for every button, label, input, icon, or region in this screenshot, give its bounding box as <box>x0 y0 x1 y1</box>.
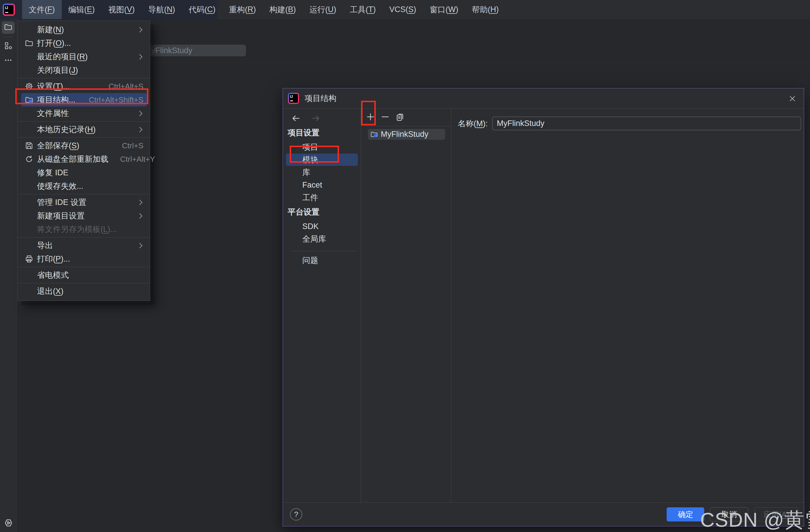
file-menu-item[interactable]: 新建(N) <box>21 23 147 36</box>
menubar-item[interactable]: 工具(T) <box>343 0 383 19</box>
file-menu-item[interactable]: 导出 <box>21 239 147 252</box>
menubar-item[interactable]: 视图(V) <box>102 0 142 19</box>
menubar-item[interactable]: 运行(U) <box>303 0 343 19</box>
file-menu-item[interactable]: 管理 IDE 设置 <box>21 196 147 209</box>
copy-icon <box>395 112 405 123</box>
file-menu-item[interactable]: 项目结构...Ctrl+Alt+Shift+S <box>21 93 147 106</box>
menu-separator <box>18 137 150 138</box>
menu-item-shortcut: Ctrl+Alt+S <box>97 82 144 91</box>
menu-item-label: 关闭项目(J) <box>37 65 78 76</box>
menubar-item[interactable]: 编辑(E) <box>62 0 102 19</box>
file-menu-item[interactable]: 设置(T)...Ctrl+Alt+S <box>21 80 147 93</box>
plus-icon <box>366 112 375 123</box>
modules-list: MyFlinkStudy <box>361 129 451 140</box>
add-module-button[interactable] <box>364 111 377 123</box>
menubar: IJ 文件(F)编辑(E)视图(V)导航(N)代码(C)重构(R)构建(B)运行… <box>0 0 810 19</box>
sidebar-item[interactable]: 库 <box>286 166 358 179</box>
menubar-item[interactable]: 重构(R) <box>222 0 263 19</box>
close-icon[interactable] <box>788 94 797 104</box>
chevron-right-icon <box>137 213 142 218</box>
forward-icon[interactable] <box>311 114 321 124</box>
menubar-item[interactable]: 导航(N) <box>142 0 182 19</box>
sidebar-section-header: 项目设置 <box>283 125 361 140</box>
file-menu-item[interactable]: 本地历史记录(H) <box>21 123 147 136</box>
module-name-input[interactable] <box>492 117 801 130</box>
ok-button[interactable]: 确定 <box>667 507 704 521</box>
module-name-row: 名称(M): <box>458 117 801 130</box>
gear-icon <box>25 82 37 91</box>
menu-item-label: 修复 IDE <box>37 167 68 178</box>
menu-item-label: 本地历史记录(H) <box>37 124 96 135</box>
menu-item-label: 打开(O)... <box>37 38 71 48</box>
menu-item-label: 全部保存(S) <box>37 140 79 151</box>
sidebar-divider <box>291 251 356 251</box>
file-menu-item[interactable]: 打印(P)... <box>21 252 147 266</box>
folder-icon <box>4 22 13 33</box>
sidebar-item[interactable]: SDK <box>286 220 358 233</box>
file-menu-item[interactable]: 退出(X) <box>21 284 147 298</box>
services-icon <box>3 518 14 529</box>
chevron-right-icon <box>137 127 142 132</box>
menubar-item[interactable]: 代码(C) <box>182 0 222 19</box>
file-menu-item[interactable]: 全部保存(S)Ctrl+S <box>21 139 147 152</box>
menu-item-label: 最近的项目(R) <box>37 51 88 62</box>
chevron-right-icon <box>137 243 142 248</box>
modules-list-panel: MyFlinkStudy <box>361 109 451 502</box>
menu-item-label: 打印(P)... <box>37 254 70 264</box>
back-icon[interactable] <box>291 114 301 124</box>
help-button[interactable]: ? <box>290 508 302 520</box>
sidebar-item[interactable]: 全局库 <box>286 233 358 245</box>
module-list-item[interactable]: MyFlinkStudy <box>368 129 445 140</box>
project-toolwindow-button[interactable] <box>2 21 15 34</box>
dialog-sidebar: 项目设置项目模块库Facet工件平台设置SDK全局库问题 <box>283 109 361 502</box>
chevron-right-icon <box>137 111 142 116</box>
file-menu-popup: 新建(N)打开(O)...最近的项目(R)关闭项目(J)设置(T)...Ctrl… <box>17 20 150 301</box>
sidebar-item[interactable]: 项目 <box>286 141 358 153</box>
printer-icon <box>25 254 37 263</box>
file-menu-item[interactable]: 使缓存失效... <box>21 179 147 193</box>
structure-toolwindow-button[interactable] <box>2 40 15 52</box>
modules-toolbar <box>361 109 451 126</box>
menu-item-label: 使缓存失效... <box>37 181 83 192</box>
sidebar-item[interactable]: 问题 <box>286 254 358 267</box>
project-widget[interactable]: yFlinkStudy <box>148 45 246 56</box>
dialog-body: 项目设置项目模块库Facet工件平台设置SDK全局库问题 <box>283 109 804 502</box>
menubar-item[interactable]: 构建(B) <box>263 0 303 19</box>
menu-item-label: 新建(N) <box>37 24 64 35</box>
sidebar-item[interactable]: 工件 <box>286 192 358 204</box>
menu-separator <box>18 121 150 121</box>
watermark: CSDN @黄雪超 <box>700 507 810 532</box>
copy-module-button[interactable] <box>394 111 406 123</box>
sidebar-item[interactable]: Facet <box>286 179 358 191</box>
sidebar-sections: 项目设置项目模块库Facet工件平台设置SDK全局库问题 <box>283 125 361 267</box>
menubar-item[interactable]: 文件(F) <box>22 0 62 19</box>
file-menu-item[interactable]: 最近的项目(R) <box>21 50 147 63</box>
project-widget-label: yFlinkStudy <box>151 46 192 55</box>
dialog-titlebar: IJ 项目结构 <box>283 88 804 109</box>
file-menu-item[interactable]: 新建项目设置 <box>21 209 147 222</box>
sidebar-item[interactable]: 模块 <box>286 153 358 166</box>
services-toolwindow-button[interactable] <box>2 517 15 530</box>
file-menu-item[interactable]: 从磁盘全部重新加载Ctrl+Alt+Y <box>21 152 147 166</box>
menubar-item[interactable]: VCS(S) <box>383 0 423 19</box>
menu-item-label: 设置(T)... <box>37 81 70 92</box>
remove-module-button[interactable] <box>379 111 391 123</box>
more-toolwindows-button[interactable] <box>2 55 15 67</box>
file-menu-item[interactable]: 省电模式 <box>21 268 147 282</box>
menubar-item[interactable]: 窗口(W) <box>423 0 465 19</box>
history-nav <box>283 113 361 125</box>
intellij-logo-icon: IJ <box>3 3 15 16</box>
menu-item-label: 文件属性 <box>37 108 69 119</box>
file-menu-item[interactable]: 文件属性 <box>21 106 147 120</box>
save-icon <box>25 141 37 150</box>
module-icon <box>370 130 378 138</box>
menubar-item[interactable]: 帮助(H) <box>465 0 506 19</box>
file-menu-item[interactable]: 修复 IDE <box>21 166 147 179</box>
menu-item-label: 项目结构... <box>37 95 76 105</box>
file-menu-item[interactable]: 打开(O)... <box>21 36 147 50</box>
menu-separator <box>18 283 150 283</box>
file-menu-item[interactable]: 关闭项目(J) <box>21 63 147 77</box>
menu-item-label: 省电模式 <box>37 270 69 280</box>
menu-item-shortcut: Ctrl+Alt+Y <box>109 155 155 164</box>
help-icon: ? <box>294 510 298 519</box>
